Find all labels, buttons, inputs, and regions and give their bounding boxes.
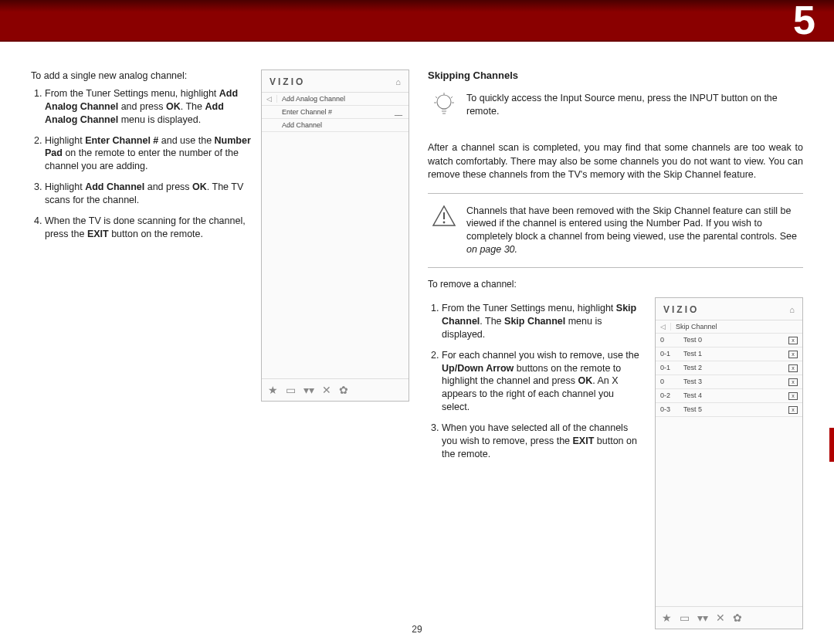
right-steps-wrapper: From the Tuner Settings menu, highlight … (428, 297, 644, 629)
page-number: 29 (0, 624, 834, 635)
back-icon: ◁ (656, 323, 671, 330)
tv2-title: Skip Channel (671, 323, 802, 330)
tv1-footer: ★ ▭ ▾▾ ✕ ✿ (262, 378, 409, 401)
right-steps: From the Tuner Settings menu, highlight … (428, 302, 644, 461)
right-lower: From the Tuner Settings menu, highlight … (428, 297, 803, 629)
left-step-2: Highlight Enter Channel # and use the Nu… (45, 134, 253, 174)
left-column: To add a single new analog channel: From… (31, 69, 409, 629)
warning-text: Channels that have been removed with the… (466, 205, 800, 257)
channel-name: Test 2 (679, 364, 784, 372)
chapter-number: 5 (793, 0, 815, 43)
tip-callout: To quickly access the Input Source menu,… (428, 87, 803, 130)
v-icon: ▾▾ (303, 384, 314, 396)
red-edge-marker (829, 428, 834, 462)
home-icon: ⌂ (395, 77, 401, 86)
tv-panel-skip-channel: VIZIO ⌂ ◁ Skip Channel 0Test 0x0-1Test 1… (655, 297, 803, 629)
left-step-4: When the TV is done scanning for the cha… (45, 215, 253, 241)
warning-icon (431, 205, 457, 257)
section-title: Skipping Channels (428, 69, 803, 81)
tv2-channel-row: 0-1Test 2x (656, 361, 802, 375)
left-steps: From the Tuner Settings menu, highlight … (31, 87, 253, 241)
channel-x: x (784, 364, 802, 372)
star-icon: ★ (268, 384, 278, 396)
tv1-header: VIZIO ⌂ (262, 70, 409, 93)
page-content: To add a single new analog channel: From… (0, 42, 834, 629)
channel-num: 0 (656, 378, 679, 386)
gear-icon: ✿ (339, 384, 348, 396)
tv2-title-row: ◁ Skip Channel (656, 320, 802, 334)
channel-num: 0-3 (656, 405, 679, 414)
tv2-header: VIZIO ⌂ (656, 298, 802, 320)
channel-num: 0-1 (656, 350, 679, 358)
x-icon: ✕ (322, 384, 331, 396)
tv1-row-add: Add Channel (262, 119, 409, 132)
channel-num: 0-1 (656, 364, 679, 372)
svg-point-2 (443, 221, 446, 223)
svg-point-0 (437, 95, 451, 109)
tv-panel-add-analog: VIZIO ⌂ ◁ Add Analog Channel Enter Chann… (261, 69, 409, 402)
tv1-row-enter: Enter Channel # __ (262, 106, 409, 119)
home-icon: ⌂ (789, 305, 795, 314)
channel-x: x (784, 336, 802, 344)
channel-name: Test 3 (679, 378, 784, 386)
right-intro2: To remove a channel: (428, 279, 803, 290)
tv1-title: Add Analog Channel (277, 95, 409, 103)
tip-text: To quickly access the Input Source menu,… (466, 92, 800, 118)
vizio-logo: VIZIO (663, 304, 699, 315)
channel-name: Test 5 (679, 405, 784, 414)
body-paragraph: After a channel scan is completed, you m… (428, 141, 803, 182)
warning-callout: Channels that have been removed with the… (428, 193, 803, 269)
left-step-1: From the Tuner Settings menu, highlight … (45, 87, 253, 127)
tv2-channel-row: 0Test 3x (656, 375, 802, 389)
gear-icon: ✿ (733, 612, 742, 624)
tv2-channel-row: 0-3Test 5x (656, 403, 802, 417)
right-step-3: When you have selected all of the channe… (442, 422, 644, 461)
channel-name: Test 1 (679, 350, 784, 358)
x-icon: ✕ (716, 612, 725, 624)
tv2-channel-row: 0-2Test 4x (656, 389, 802, 403)
channel-name: Test 0 (679, 336, 784, 344)
back-icon: ◁ (262, 95, 277, 103)
star-icon: ★ (662, 612, 672, 624)
channel-name: Test 4 (679, 391, 784, 400)
lightbulb-icon (431, 92, 457, 118)
vizio-logo: VIZIO (270, 76, 305, 87)
tv2-body: ◁ Skip Channel 0Test 0x0-1Test 1x0-1Test… (656, 320, 802, 606)
tv1-title-row: ◁ Add Analog Channel (262, 93, 409, 106)
v-icon: ▾▾ (697, 612, 708, 624)
tv2-channel-row: 0Test 0x (656, 334, 802, 347)
right-column: Skipping Channels To quickly access the … (428, 69, 803, 629)
channel-x: x (784, 405, 802, 414)
channel-num: 0-2 (656, 391, 679, 400)
rect-icon: ▭ (680, 612, 690, 624)
left-step-3: Highlight Add Channel and press OK. The … (45, 181, 253, 207)
channel-x: x (784, 378, 802, 386)
channel-x: x (784, 350, 802, 358)
channel-x: x (784, 391, 802, 400)
tv2-channel-row: 0-1Test 1x (656, 347, 802, 361)
tv1-body: ◁ Add Analog Channel Enter Channel # __ … (262, 93, 409, 378)
rect-icon: ▭ (286, 384, 296, 396)
left-intro: To add a single new analog channel: (31, 69, 253, 83)
right-step-2: For each channel you wish to remove, use… (442, 349, 644, 414)
channel-num: 0 (656, 336, 679, 344)
left-text: To add a single new analog channel: From… (31, 69, 261, 629)
right-step-1: From the Tuner Settings menu, highlight … (442, 302, 644, 341)
chapter-header-band: 5 (0, 0, 834, 42)
